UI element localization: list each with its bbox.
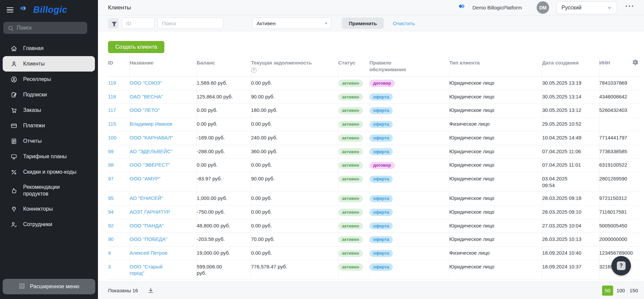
col-header-status[interactable]: Статус bbox=[338, 57, 369, 76]
client-name-link[interactable]: Владимир Иванов bbox=[130, 121, 172, 127]
home-icon bbox=[10, 45, 17, 52]
client-name-link[interactable]: ООО "ЭВЕРЕСТ" bbox=[130, 162, 170, 168]
inn-value: 7714441797 bbox=[599, 135, 627, 140]
filter-id-input[interactable] bbox=[122, 17, 155, 29]
sidebar-item-connectors[interactable]: Коннекторы bbox=[0, 201, 98, 217]
sidebar-item-tariffs[interactable]: Тарифные планы bbox=[0, 149, 98, 164]
page-size-50[interactable]: 50 bbox=[602, 286, 613, 296]
client-id-link[interactable]: 90 bbox=[108, 236, 114, 242]
download-button[interactable] bbox=[147, 287, 154, 294]
client-id-link[interactable]: 98 bbox=[108, 162, 114, 168]
sidebar-item-label: Реселлеры bbox=[23, 76, 51, 83]
status-badge: активен bbox=[338, 107, 363, 114]
rule-badge: договор bbox=[370, 162, 395, 169]
sidebar-item-label: Клиенты bbox=[23, 60, 45, 67]
discounts-icon bbox=[10, 168, 17, 176]
debt-value: 180.00 руб. bbox=[251, 107, 278, 113]
client-name-link[interactable]: ООО "ПОБЕДА" bbox=[130, 236, 167, 242]
client-id-link[interactable]: 95 bbox=[108, 195, 114, 201]
client-name-link[interactable]: ОАО "ВЕСНА" bbox=[130, 94, 163, 99]
sidebar-item-discounts[interactable]: Скидки и промо-коды bbox=[0, 164, 98, 180]
table-row: 115Владимир Иванов0.00 руб.0.00 руб.акти… bbox=[108, 118, 639, 131]
avatar[interactable]: DM bbox=[537, 1, 549, 14]
shown-count-label: Показаны 16 bbox=[108, 288, 138, 293]
clear-link[interactable]: Очистить bbox=[393, 20, 415, 26]
client-id-link[interactable]: 118 bbox=[108, 94, 116, 99]
rule-badge: оферта bbox=[370, 176, 393, 183]
col-header-id[interactable]: ID bbox=[108, 57, 129, 76]
client-type-value: Юридическое лицо bbox=[449, 162, 494, 168]
client-id-link[interactable]: 115 bbox=[108, 121, 116, 127]
client-id-link[interactable]: 119 bbox=[108, 80, 116, 86]
sidebar-item-employees[interactable]: Сотрудники bbox=[0, 217, 98, 232]
sidebar-item-payments[interactable]: Платежи bbox=[0, 118, 98, 133]
table-row: 4Алексей Петров19,000.00 руб.0.00 руб.ак… bbox=[108, 247, 639, 260]
client-id-link[interactable]: 117 bbox=[108, 107, 116, 113]
inn-value: 7736338585 bbox=[599, 148, 627, 154]
rule-badge: договор bbox=[370, 80, 395, 87]
sidebar-item-orders[interactable]: Заказы bbox=[0, 102, 98, 118]
status-badge: активен bbox=[338, 80, 363, 87]
filter-funnel-button[interactable] bbox=[108, 18, 118, 29]
filter-search-input[interactable] bbox=[158, 17, 223, 29]
client-id-link[interactable]: 3 bbox=[108, 264, 111, 269]
col-header-debt[interactable]: Текущая задолженность ? bbox=[251, 57, 338, 76]
page-size-150[interactable]: 150 bbox=[628, 286, 639, 296]
tenant-logo-icon bbox=[458, 3, 469, 12]
col-header-rule[interactable]: Правило обслуживания bbox=[369, 57, 449, 76]
filter-status-select[interactable]: Активен ▾ bbox=[252, 17, 331, 29]
status-badge: активен bbox=[338, 162, 363, 169]
tenant[interactable]: Demo BillogicPlatform bbox=[458, 3, 522, 12]
client-name-link[interactable]: АОЗТ ГАРНИТУР bbox=[130, 209, 170, 215]
client-id-link[interactable]: 92 bbox=[108, 223, 114, 228]
sidebar-item-resellers[interactable]: Реселлеры bbox=[0, 72, 98, 87]
table-settings-gear-icon[interactable] bbox=[632, 59, 639, 67]
balance-value: 1,000.00 руб. bbox=[197, 195, 227, 201]
client-name-link[interactable]: ООО "АМУР" bbox=[130, 176, 161, 181]
client-name-link[interactable]: ООО "КАРНАВАЛ" bbox=[130, 135, 173, 140]
sidebar-item-clients[interactable]: Клиенты bbox=[3, 56, 95, 72]
balance-value: -189.00 руб. bbox=[197, 135, 225, 140]
client-type-value: Юридическое лицо bbox=[449, 209, 494, 215]
client-name-link[interactable]: ООО "ЛЕТО" bbox=[130, 107, 160, 113]
created-date-value: 18.09.2024 10:40 bbox=[542, 250, 582, 256]
col-header-name[interactable]: Название bbox=[129, 57, 197, 76]
create-client-button[interactable]: Создать клиента bbox=[108, 41, 164, 53]
page-size-100[interactable]: 100 bbox=[615, 286, 626, 296]
more-menu-button[interactable]: ··· bbox=[625, 5, 635, 11]
language-select[interactable]: Русский bbox=[556, 1, 617, 14]
inn-value: 6319100522 bbox=[599, 162, 627, 168]
client-id-link[interactable]: 100 bbox=[108, 135, 116, 140]
debt-value: 360.00 руб. bbox=[251, 148, 278, 154]
sidebar-item-recommendations[interactable]: Рекомендации продуктов bbox=[0, 180, 98, 201]
client-id-link[interactable]: 4 bbox=[108, 250, 111, 256]
client-id-link[interactable]: 99 bbox=[108, 148, 114, 154]
client-name-link[interactable]: АО "ЕНИСЕЙ" bbox=[130, 195, 163, 201]
col-header-created[interactable]: Дата создания bbox=[542, 57, 599, 76]
client-name-link[interactable]: ООО "Старый город" bbox=[130, 264, 163, 276]
sidebar-search[interactable] bbox=[3, 22, 87, 34]
client-id-link[interactable]: 94 bbox=[108, 209, 114, 215]
sidebar-nav: ГлавнаяКлиентыРеселлерыПодпискиЗаказыПла… bbox=[0, 41, 98, 232]
billogic-logo[interactable]: Billogic bbox=[19, 5, 67, 15]
balance-value: -83.97 руб. bbox=[197, 176, 222, 181]
inn-value: 9721150312 bbox=[599, 195, 627, 201]
client-name-link[interactable]: Алексей Петров bbox=[130, 250, 167, 256]
topbar: Клиенты Demo BillogicPlatform DM Русский… bbox=[98, 0, 644, 15]
client-name-link[interactable]: ООО "СОЮЗ" bbox=[130, 80, 162, 86]
debt-value: 0.00 руб. bbox=[251, 80, 272, 86]
col-header-balance[interactable]: Баланс bbox=[197, 57, 251, 76]
apply-button[interactable]: Применить bbox=[342, 17, 384, 29]
expanded-menu-button[interactable]: Расширенное меню bbox=[3, 279, 95, 294]
client-name-link[interactable]: АО "ЭДЕЛЬВЕЙС" bbox=[130, 148, 173, 154]
sidebar-search-input[interactable] bbox=[17, 25, 83, 31]
debt-help-icon[interactable]: ? bbox=[251, 68, 257, 73]
sidebar-item-reports[interactable]: Отчеты bbox=[0, 133, 98, 149]
hamburger-menu-icon[interactable] bbox=[7, 7, 13, 12]
sidebar-item-home[interactable]: Главная bbox=[0, 41, 98, 56]
help-floating-button[interactable]: ? bbox=[611, 256, 631, 275]
sidebar-item-subscriptions[interactable]: Подписки bbox=[0, 87, 98, 102]
client-id-link[interactable]: 97 bbox=[108, 176, 114, 181]
client-name-link[interactable]: ООО "ПАНДА" bbox=[130, 223, 164, 228]
col-header-type[interactable]: Тип клиента bbox=[449, 57, 542, 76]
